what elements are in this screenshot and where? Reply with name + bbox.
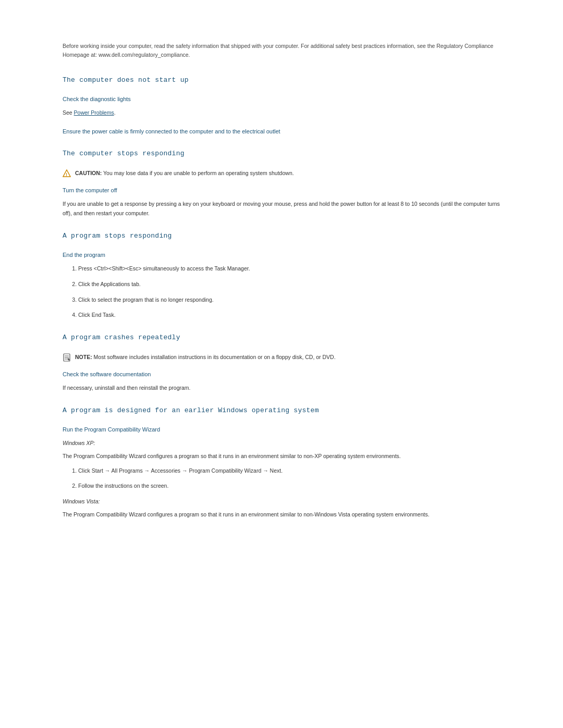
end-program-list: Press <Ctrl><Shift><Esc> simultaneously … <box>78 264 500 320</box>
caution-text: CAUTION: You may lose data if you are un… <box>75 169 294 178</box>
section-title-3: A program stops responding <box>63 231 500 242</box>
note-icon <box>63 353 71 362</box>
subsection-title-compatibility-wizard: Run the Program Compatibility Wizard <box>63 425 500 435</box>
list-item: Click End Task. <box>78 311 500 320</box>
power-problems-text: See Power Problems. <box>63 108 500 118</box>
section-program-earlier-windows: A program is designed for an earlier Win… <box>63 405 500 520</box>
subsection-title-end-program: End the program <box>63 251 500 260</box>
note-software-docs: NOTE: Most software includes installatio… <box>63 353 500 362</box>
note-label: NOTE: <box>75 354 92 360</box>
turn-off-body: If you are unable to get a response by p… <box>63 200 500 218</box>
subsection-ensure-power-cable: Ensure the power cable is firmly connect… <box>63 127 500 137</box>
windows-vista-label: Windows Vista: <box>63 497 500 506</box>
subsection-end-the-program: End the program Press <Ctrl><Shift><Esc>… <box>63 251 500 320</box>
subsection-title-turn-off: Turn the computer off <box>63 186 500 195</box>
subsection-title-software-doc: Check the software documentation <box>63 370 500 379</box>
windows-xp-description: The Program Compatibility Wizard configu… <box>63 452 500 461</box>
svg-text:!: ! <box>66 172 67 177</box>
list-item: Click to select the program that is no l… <box>78 295 500 305</box>
section-title-1: The computer does not start up <box>63 75 500 86</box>
intro-text: Before working inside your computer, rea… <box>63 42 500 59</box>
subsection-run-compatibility-wizard: Run the Program Compatibility Wizard Win… <box>63 425 500 520</box>
software-doc-body: If necessary, uninstall and then reinsta… <box>63 384 500 393</box>
caution-icon: ! <box>63 169 71 178</box>
list-item: Click Start → All Programs → Accessories… <box>78 466 500 476</box>
windows-vista-description: The Program Compatibility Wizard configu… <box>63 510 500 520</box>
note-body: Most software includes installation inst… <box>94 354 336 360</box>
section-program-crashes-repeatedly: A program crashes repeatedly NOTE: Most … <box>63 332 500 392</box>
power-problems-link[interactable]: Power Problems <box>74 109 114 116</box>
section-title-4: A program crashes repeatedly <box>63 332 500 343</box>
subsection-check-software-doc: Check the software documentation If nece… <box>63 370 500 392</box>
section-program-stops-responding: A program stops responding End the progr… <box>63 231 500 320</box>
subsection-turn-computer-off: Turn the computer off If you are unable … <box>63 186 500 218</box>
caution-label: CAUTION: <box>75 170 102 176</box>
subsection-title-power-cable: Ensure the power cable is firmly connect… <box>63 127 500 137</box>
section-title-5: A program is designed for an earlier Win… <box>63 405 500 416</box>
subsection-title-check-diagnostic: Check the diagnostic lights <box>63 95 500 104</box>
list-item: Follow the instructions on the screen. <box>78 482 500 491</box>
compatibility-wizard-steps: Click Start → All Programs → Accessories… <box>78 466 500 491</box>
subsection-check-diagnostic-lights: Check the diagnostic lights See Power Pr… <box>63 95 500 117</box>
caution-body: You may lose data if you are unable to p… <box>103 170 294 176</box>
list-item: Click the Applications tab. <box>78 280 500 289</box>
section-title-2: The computer stops responding <box>63 149 500 159</box>
list-item: Press <Ctrl><Shift><Esc> simultaneously … <box>78 264 500 274</box>
note-text: NOTE: Most software includes installatio… <box>75 353 336 362</box>
section-computer-does-not-start: The computer does not start up Check the… <box>63 75 500 137</box>
windows-xp-label: Windows XP: <box>63 439 500 448</box>
caution-data-loss: ! CAUTION: You may lose data if you are … <box>63 169 500 178</box>
section-computer-stops-responding: The computer stops responding ! CAUTION:… <box>63 149 500 218</box>
